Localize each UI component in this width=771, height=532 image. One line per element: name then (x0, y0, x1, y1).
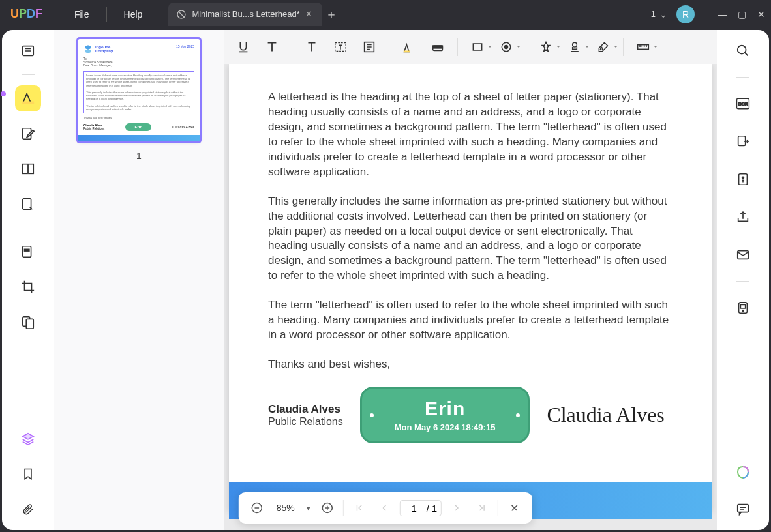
shape-circle-icon[interactable] (493, 34, 519, 60)
last-page-icon[interactable] (473, 499, 491, 517)
right-sidebar: OCR (717, 30, 769, 530)
tab-icon (176, 9, 187, 20)
compare-tool-icon[interactable] (15, 309, 41, 335)
annotation-toolbar (224, 30, 717, 64)
sender-name: Claudia Alves (268, 403, 343, 416)
comment-icon[interactable] (730, 496, 756, 522)
signature-icon[interactable] (590, 34, 616, 60)
edit-tool-icon[interactable] (15, 121, 41, 147)
page-total: 1 (432, 503, 437, 514)
stamp-icon[interactable] (562, 34, 588, 60)
attachment-icon[interactable] (15, 496, 41, 522)
chevron-down-icon[interactable]: ⌄ (659, 9, 667, 20)
redact-tool-icon[interactable] (15, 239, 41, 265)
document-page: A letterhead is the heading at the top o… (229, 64, 712, 510)
signature-stamp[interactable]: Erin Mon May 6 2024 18:49:15 (360, 387, 530, 443)
body-paragraph: A letterhead is the heading at the top o… (268, 90, 673, 180)
company-logo-icon (83, 44, 93, 53)
prev-page-icon[interactable] (375, 499, 393, 517)
body-paragraph: This generally includes the same informa… (268, 194, 673, 284)
print-icon[interactable] (730, 295, 756, 321)
stamp-date: Mon May 6 2024 18:49:15 (395, 422, 496, 432)
ai-assistant-icon[interactable] (730, 460, 756, 486)
ocr-icon[interactable]: OCR (730, 91, 756, 117)
svg-rect-13 (404, 51, 410, 53)
tab-close-icon[interactable]: ✕ (305, 9, 314, 19)
svg-rect-5 (29, 164, 33, 174)
thumbnail-panel: IngoudeCompany 15 Mar 2025 To,Someone So… (54, 30, 224, 530)
next-page-icon[interactable] (448, 499, 466, 517)
thumbnail-number: 1 (70, 151, 208, 161)
page-input-box[interactable]: / 1 (400, 500, 442, 516)
bookmark-icon[interactable] (15, 461, 41, 487)
window-minimize-icon[interactable]: — (712, 9, 732, 20)
pencil-icon[interactable] (396, 34, 422, 60)
page-current-input[interactable] (404, 503, 424, 514)
closing-line: Thanks and best wishes, (268, 357, 673, 372)
underline-tool-icon[interactable] (230, 34, 256, 60)
page-navigation-bar: 85% ▼ / 1 ✕ (239, 492, 532, 524)
new-tab-button[interactable]: ＋ (322, 7, 340, 22)
layers-icon[interactable] (15, 426, 41, 452)
svg-rect-2 (22, 102, 34, 104)
app-logo: UPDF (0, 7, 53, 21)
crop-tool-icon[interactable] (15, 274, 41, 300)
email-icon[interactable] (730, 242, 756, 268)
svg-point-23 (738, 46, 746, 54)
window-close-icon[interactable]: ✕ (751, 9, 771, 20)
document-viewport[interactable]: A letterhead is the heading at the top o… (224, 64, 717, 530)
svg-rect-27 (739, 174, 748, 185)
sender-role: Public Relations (268, 416, 343, 428)
compress-icon[interactable] (730, 166, 756, 192)
ruler-icon[interactable] (630, 34, 656, 60)
active-indicator (1, 91, 6, 96)
tab-title: Minimalist Bu...s Letterhead* (192, 9, 299, 19)
reader-tool-icon[interactable] (15, 38, 41, 64)
document-tab[interactable]: Minimalist Bu...s Letterhead* ✕ (168, 3, 322, 26)
pin-icon[interactable] (533, 34, 559, 60)
eraser-icon[interactable] (425, 34, 451, 60)
stamp-name: Erin (395, 398, 496, 420)
center-area: IngoudeCompany 15 Mar 2025 To,Someone So… (54, 30, 717, 530)
text-tool-icon[interactable] (259, 34, 285, 60)
zoom-out-icon[interactable] (248, 499, 266, 517)
svg-rect-8 (25, 249, 29, 251)
user-avatar[interactable]: R (676, 5, 695, 23)
handwritten-signature: Claudia Alves (547, 403, 664, 427)
textbox-icon[interactable] (327, 34, 354, 60)
share-icon[interactable] (730, 204, 756, 230)
convert-icon[interactable] (730, 128, 756, 155)
titlebar: UPDF File Help Minimalist Bu...s Letterh… (0, 0, 771, 28)
search-icon[interactable] (730, 38, 756, 64)
first-page-icon[interactable] (350, 499, 369, 517)
svg-rect-4 (23, 164, 27, 174)
body-paragraph: The term "letterhead" is often used to r… (268, 298, 673, 343)
organize-tool-icon[interactable] (15, 156, 41, 182)
zoom-level: 85% (273, 503, 299, 513)
svg-rect-7 (23, 246, 31, 258)
svg-rect-16 (473, 44, 481, 50)
svg-rect-30 (740, 304, 745, 308)
zoom-in-icon[interactable] (318, 499, 337, 517)
highlight-tool-icon[interactable] (15, 85, 41, 111)
svg-rect-15 (433, 46, 443, 48)
zoom-dropdown-icon[interactable]: ▼ (305, 505, 312, 512)
left-sidebar (2, 30, 54, 530)
svg-rect-20 (638, 45, 649, 50)
svg-text:OCR: OCR (738, 102, 748, 106)
page-count-indicator: 1 (651, 9, 656, 19)
window-maximize-icon[interactable]: ▢ (732, 9, 751, 20)
close-nav-icon[interactable]: ✕ (505, 499, 523, 517)
svg-rect-6 (23, 199, 31, 210)
text-callout-icon[interactable] (299, 34, 325, 60)
shape-rect-icon[interactable] (464, 34, 491, 60)
menu-help[interactable]: Help (111, 9, 156, 20)
svg-rect-32 (738, 505, 749, 512)
svg-point-31 (742, 310, 744, 312)
menu-file[interactable]: File (61, 9, 102, 20)
note-icon[interactable] (356, 34, 382, 60)
page-thumbnail[interactable]: IngoudeCompany 15 Mar 2025 To,Someone So… (78, 39, 200, 141)
svg-point-18 (505, 46, 508, 49)
svg-rect-26 (738, 136, 746, 146)
fill-sign-tool-icon[interactable] (15, 191, 41, 217)
